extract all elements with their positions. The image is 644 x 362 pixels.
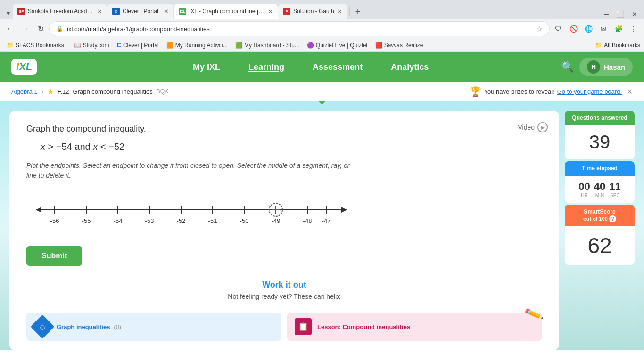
bookmark-dashboard[interactable]: 🟩 My Dashboard - Stu... xyxy=(232,41,302,49)
hours-cell: 00 HR xyxy=(578,181,590,198)
svg-text:-50: -50 xyxy=(240,217,249,224)
resource-card-lesson[interactable]: 📋 Lesson: Compound inequalities xyxy=(287,313,542,341)
smart-score-value: 62 xyxy=(565,226,635,265)
video-circle-icon: ▶ xyxy=(537,122,548,132)
close-button[interactable]: ✕ xyxy=(629,9,640,19)
tab-clever-favicon: C xyxy=(112,8,120,15)
browser-ext-btn[interactable]: 🌐 xyxy=(582,22,595,35)
browser-toolbar: ← → ↻ 🔒 ixl.com/math/algebra-1/graph-com… xyxy=(0,19,644,39)
tab-ixl-title: IXL - Graph compound inequal... xyxy=(189,8,265,15)
nav-assessment[interactable]: Assessment xyxy=(303,62,372,72)
ixl-header: I X L My IXL Learning Assessment Analyti… xyxy=(0,52,644,82)
nav-analytics[interactable]: Analytics xyxy=(381,62,438,72)
smart-score-help-button[interactable]: ? xyxy=(609,215,616,222)
tab-clever[interactable]: C Clever | Portal ✕ xyxy=(107,4,173,19)
browser-chrome: ▾ SF Sankofa Freedom Academy C... ✕ C Cl… xyxy=(0,0,644,52)
bookmark-running[interactable]: 🟧 My Running Activiti... xyxy=(164,41,231,49)
tab-gauth[interactable]: ✕ Solution - Gauth ✕ xyxy=(278,4,347,19)
breadcrumb-lesson-name: Graph compound inequalities xyxy=(73,88,153,95)
questions-answered-card: Questions answered 39 xyxy=(565,111,635,159)
plot-instructions: Plot the endpoints. Select an endpoint t… xyxy=(26,161,356,181)
studycom-icon: 📖 xyxy=(74,42,81,49)
work-it-out-subtitle: Not feeling ready yet? These can help: xyxy=(26,293,542,300)
smart-score-card: SmartScoreout of 100 ? 62 xyxy=(565,205,635,265)
browser-tabs-bar: ▾ SF Sankofa Freedom Academy C... ✕ C Cl… xyxy=(0,0,644,19)
svg-marker-2 xyxy=(341,207,347,213)
adblock-button[interactable]: 🚫 xyxy=(567,22,580,35)
content-card: Video ▶ Graph the compound inequality. x… xyxy=(9,111,559,350)
svg-text:-51: -51 xyxy=(208,217,217,224)
forward-button[interactable]: → xyxy=(19,22,32,35)
ixl-logo[interactable]: I X L xyxy=(11,59,37,75)
maximize-button[interactable]: ⬜ xyxy=(613,9,627,19)
bookmark-savvas[interactable]: 🟥 Savvas Realize xyxy=(372,41,426,49)
address-bar[interactable]: 🔒 ixl.com/math/algebra-1/graph-compound-… xyxy=(49,21,550,36)
search-button[interactable]: 🔍 xyxy=(561,61,574,73)
ixl-logo-l: L xyxy=(26,61,32,73)
tab-gauth-favicon: ✕ xyxy=(283,8,290,15)
bookmark-sfacs[interactable]: 📁 SFACS Bookmarks xyxy=(4,41,67,49)
expr-text: x xyxy=(41,141,45,152)
questions-answered-value: 39 xyxy=(565,125,635,159)
resource-graph-count: (0) xyxy=(114,323,121,330)
work-it-out-title[interactable]: Work it out xyxy=(26,280,542,290)
breadcrumb-bar: Algebra 1 › ★ F.12 Graph compound inequa… xyxy=(0,82,644,101)
breadcrumb-skill-code: BQX xyxy=(157,88,168,95)
bookmark-folder-icon: 📁 xyxy=(7,42,14,49)
number-line-container[interactable]: -56 -55 -54 -53 -52 -51 -50 -49 -48 -47 xyxy=(26,191,542,235)
questions-answered-label: Questions answered xyxy=(572,115,627,121)
bookmark-quizlet[interactable]: 🟣 Quizlet Live | Quizlet xyxy=(304,41,371,49)
user-avatar: H xyxy=(587,60,600,74)
running-label: My Running Activiti... xyxy=(175,42,228,49)
all-bookmarks-label: All Bookmarks xyxy=(604,42,640,49)
svg-text:-54: -54 xyxy=(114,217,123,224)
time-elapsed-card: Time elapsed 00 HR 40 MIN 11 SEC xyxy=(565,161,635,202)
lock-icon: 🔒 xyxy=(56,25,63,32)
bookmark-sfacs-label: SFACS Bookmarks xyxy=(16,42,64,49)
prizes-link[interactable]: Go to your game board. xyxy=(557,88,622,95)
bookmark-star[interactable]: ☆ xyxy=(536,25,543,33)
tab-ixl-favicon: IXL xyxy=(179,8,186,15)
breadcrumb-lesson-code: F.12 xyxy=(58,88,69,95)
minutes-cell: 40 MIN xyxy=(594,181,605,198)
main-bg: Video ▶ Graph the compound inequality. x… xyxy=(0,101,644,350)
seconds-cell: 11 SEC xyxy=(609,181,620,198)
browser-menu-button[interactable]: ⋮ xyxy=(627,22,640,35)
reload-button[interactable]: ↻ xyxy=(34,22,47,35)
tab-gauth-close[interactable]: ✕ xyxy=(337,8,342,15)
tab-sankofa-favicon: SF xyxy=(17,8,25,15)
bookmark-studycom[interactable]: 📖 Study.com xyxy=(71,41,112,49)
tab-clever-close[interactable]: ✕ xyxy=(164,8,169,15)
address-bar-url: ixl.com/math/algebra-1/graph-compound-in… xyxy=(67,25,532,33)
tab-sankofa[interactable]: SF Sankofa Freedom Academy C... ✕ xyxy=(13,4,107,19)
bookmarks-bar: 📁 SFACS Bookmarks 📖 Study.com C Clever |… xyxy=(0,39,644,52)
back-button[interactable]: ← xyxy=(4,22,17,35)
bookmark-clever[interactable]: C Clever | Portal xyxy=(114,41,162,49)
new-tab-button[interactable]: + xyxy=(352,5,364,19)
user-menu-button[interactable]: H Hasan xyxy=(579,58,633,76)
questions-answered-header: Questions answered xyxy=(565,111,635,125)
breadcrumb-star[interactable]: ★ xyxy=(47,87,54,96)
browser-extensions-button[interactable]: 🛡 xyxy=(552,22,565,35)
video-button[interactable]: Video ▶ xyxy=(518,122,548,132)
prizes-close[interactable]: ✕ xyxy=(627,87,633,96)
puzzle-icon-button[interactable]: 🧩 xyxy=(612,22,625,35)
breadcrumb-chevron: › xyxy=(41,88,43,95)
nav-learning[interactable]: Learning xyxy=(239,62,294,72)
number-line-svg[interactable]: -56 -55 -54 -53 -52 -51 -50 -49 -48 -47 xyxy=(26,196,356,229)
mail-icon-button[interactable]: ✉ xyxy=(597,22,610,35)
all-bookmarks[interactable]: 📁 All Bookmarks xyxy=(595,42,640,49)
resource-card-graph[interactable]: ◇ Graph inequalities (0) xyxy=(26,313,281,341)
tab-ixl-close[interactable]: ✕ xyxy=(268,8,273,15)
breadcrumb-subject[interactable]: Algebra 1 xyxy=(11,88,38,95)
seconds-value: 11 xyxy=(609,181,620,193)
svg-text:-53: -53 xyxy=(145,217,154,224)
user-name: Hasan xyxy=(604,63,625,71)
tab-list-button[interactable]: ▾ xyxy=(4,8,13,19)
tab-sankofa-close[interactable]: ✕ xyxy=(97,8,102,15)
submit-button[interactable]: Submit xyxy=(26,246,82,266)
clever-bookmark-icon: C xyxy=(117,41,121,49)
minimize-button[interactable]: ─ xyxy=(601,9,611,19)
tab-ixl[interactable]: IXL IXL - Graph compound inequal... ✕ xyxy=(174,4,278,19)
nav-my-ixl[interactable]: My IXL xyxy=(183,62,230,72)
